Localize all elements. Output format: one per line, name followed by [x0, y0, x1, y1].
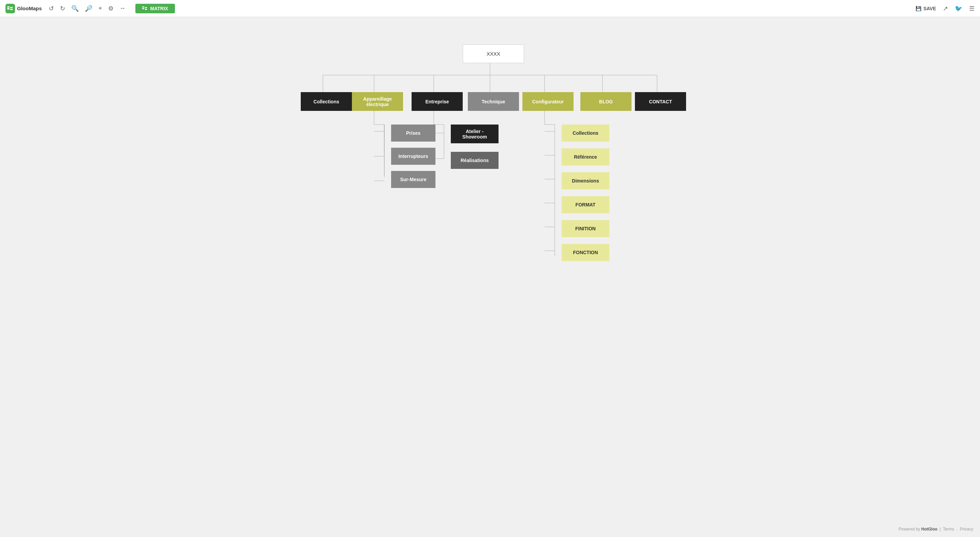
svg-rect-1 [7, 8, 10, 10]
node-appareillage[interactable]: Appareillage électrique [352, 92, 403, 111]
footer: Powered by HotGloo | Terms . Privacy [899, 527, 973, 532]
footer-brand: HotGloo [921, 527, 937, 532]
matrix-button[interactable]: MATRIX [135, 4, 175, 13]
svg-rect-7 [145, 9, 147, 10]
node-conf-dimensions[interactable]: Dimensions [562, 172, 609, 190]
zoom-out-icon[interactable]: 🔎 [85, 5, 92, 12]
share-icon[interactable]: ↗ [943, 5, 948, 12]
logo-area[interactable]: GlooMaps [5, 4, 42, 13]
menu-icon[interactable]: ☰ [969, 5, 975, 12]
diagram-wrapper: XXXX Collections Appareillage électrique… [285, 38, 695, 304]
node-entreprise[interactable]: Entreprise [412, 92, 463, 111]
node-technique[interactable]: Technique [468, 92, 519, 111]
svg-rect-3 [10, 8, 13, 10]
terms-link[interactable]: Terms [943, 527, 954, 532]
settings-icon[interactable]: ⚙ [108, 5, 113, 12]
node-interrupteurs[interactable]: Interrupteurs [391, 148, 436, 165]
node-collections[interactable]: Collections [301, 92, 352, 111]
svg-rect-5 [142, 8, 144, 9]
twitter-icon[interactable]: 🐦 [955, 5, 962, 12]
canvas: XXXX Collections Appareillage électrique… [0, 17, 980, 537]
svg-rect-0 [7, 6, 10, 8]
save-icon: 💾 [916, 6, 921, 11]
header-right: 💾 SAVE ↗ 🐦 ☰ [916, 5, 975, 12]
root-node[interactable]: XXXX [463, 45, 524, 63]
privacy-link[interactable]: Privacy [960, 527, 973, 532]
node-conf-reference[interactable]: Référence [562, 148, 609, 166]
redo-icon[interactable]: ↻ [60, 5, 65, 12]
target-icon[interactable]: ⌖ [99, 5, 102, 12]
node-contact[interactable]: CONTACT [635, 92, 686, 111]
svg-rect-4 [142, 6, 144, 8]
node-realisations[interactable]: Réalisations [451, 152, 498, 169]
node-configurateur[interactable]: Configurateur [522, 92, 574, 111]
node-conf-collections[interactable]: Collections [562, 124, 609, 142]
logo-icon [5, 4, 15, 13]
node-atelier[interactable]: Atelier - Showroom [451, 124, 498, 143]
header: GlooMaps ↺ ↻ 🔍 🔎 ⌖ ⚙ ↔ MATRIX 💾 SAVE ↗ 🐦… [0, 0, 980, 17]
node-conf-fonction[interactable]: FONCTION [562, 244, 609, 261]
toolbar-icons: ↺ ↻ 🔍 🔎 ⌖ ⚙ ↔ MATRIX [49, 4, 916, 13]
zoom-in-icon[interactable]: 🔍 [71, 5, 79, 12]
node-blog[interactable]: BLOG [581, 92, 632, 111]
svg-rect-2 [10, 7, 13, 8]
logo-text: GlooMaps [17, 5, 42, 11]
node-sur-mesure[interactable]: Sur-Mesure [391, 171, 436, 188]
node-conf-finition[interactable]: FINITION [562, 220, 609, 237]
node-prises[interactable]: Prises [391, 124, 436, 142]
undo-icon[interactable]: ↺ [49, 5, 54, 12]
node-conf-format[interactable]: FORMAT [562, 196, 609, 213]
arrow-icon[interactable]: ↔ [120, 5, 126, 12]
svg-rect-6 [145, 7, 147, 8]
save-button[interactable]: 💾 SAVE [916, 6, 936, 11]
